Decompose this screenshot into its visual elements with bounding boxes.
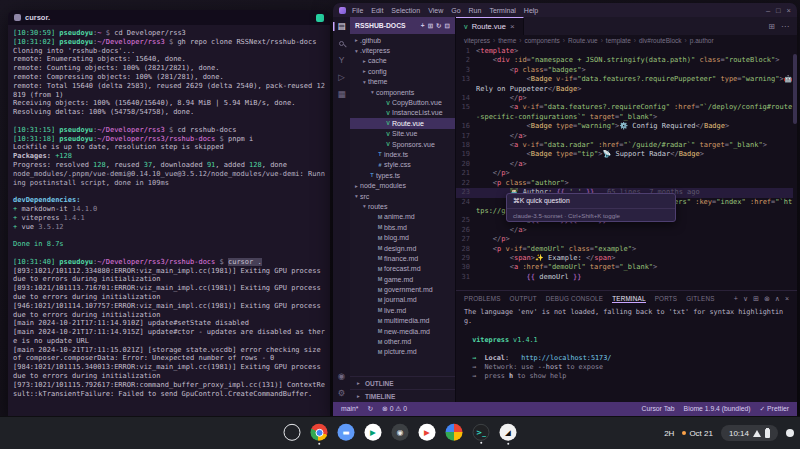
activity-source-control-icon[interactable]: Y xyxy=(333,56,350,65)
tree-item-routes[interactable]: ▾routes xyxy=(350,201,455,211)
breadcrumb-item[interactable]: Route.vue xyxy=(568,37,598,44)
panel-terminal-output[interactable]: The language 'env' is not loaded, fallin… xyxy=(456,306,797,402)
tree-item-government.md[interactable]: Mgovernment.md xyxy=(350,284,455,294)
new-terminal-icon[interactable]: + xyxy=(734,295,738,303)
tree-item-src[interactable]: ▾src xyxy=(350,191,455,201)
tree-item-new-media.md[interactable]: Mnew-media.md xyxy=(350,326,455,336)
code-line[interactable]: 28 <p v-if="demoUrl" class="example"> xyxy=(456,245,793,254)
shelf-app-terminal[interactable]: >_ xyxy=(473,424,490,441)
code-line[interactable]: 29 <span>✨ Example: </span> xyxy=(456,254,793,263)
status-problems[interactable]: ⊗ 0 ⚠ 0 xyxy=(382,405,407,413)
breadcrumb-item[interactable]: p.author xyxy=(690,37,714,44)
tree-item-CopyButton.vue[interactable]: VCopyButton.vue xyxy=(350,97,455,107)
menu-help[interactable]: Help xyxy=(524,7,538,14)
panel-tab-output[interactable]: OUTPUT xyxy=(510,295,537,303)
menu-selection[interactable]: Selection xyxy=(391,7,420,14)
tree-item-bbs.md[interactable]: Mbbs.md xyxy=(350,222,455,232)
status-formatter[interactable]: ✓ Prettier xyxy=(760,405,790,413)
sidebar-header[interactable]: RSSHUB-DOCS +⊞↻⊟ xyxy=(350,17,455,34)
code-line[interactable]: 19 <Badge type="tip">📡 Support Radar</Ba… xyxy=(456,150,793,159)
breadcrumb-item[interactable]: theme xyxy=(498,37,516,44)
breadcrumb-item[interactable]: template xyxy=(606,37,631,44)
terminal-maximize-button[interactable] xyxy=(316,14,324,22)
menu-view[interactable]: View xyxy=(428,7,443,14)
status-branch[interactable]: main* xyxy=(341,405,358,413)
new-file-icon[interactable]: + xyxy=(421,22,425,30)
code-line[interactable]: 13 <Badge v-if="data.features?.requirePu… xyxy=(456,75,793,94)
terminal-titlebar[interactable]: cursor. xyxy=(8,10,330,25)
tree-item-theme[interactable]: ▾theme xyxy=(350,77,455,87)
close-panel-icon[interactable]: × xyxy=(785,295,789,303)
tree-item-.vitepress[interactable]: ▾.vitepress xyxy=(350,45,455,55)
activity-search-icon[interactable] xyxy=(333,39,350,48)
status-cursor-tab[interactable]: Cursor Tab xyxy=(641,405,674,413)
menu-edit[interactable]: Edit xyxy=(371,7,383,14)
tree-item-index.ts[interactable]: Tindex.ts xyxy=(350,149,455,159)
minimize-button[interactable]: – xyxy=(766,6,770,15)
shelf-app-chrome[interactable] xyxy=(311,424,328,441)
editor-scrollbar[interactable] xyxy=(793,46,797,290)
shelf-app-cursor[interactable]: ◢ xyxy=(500,424,517,441)
tree-item-blog.md[interactable]: Mblog.md xyxy=(350,232,455,242)
tree-item-picture.md[interactable]: Mpicture.md xyxy=(350,347,455,357)
section-timeline[interactable]: ▸TIMELINE xyxy=(350,389,455,402)
code-line[interactable]: 20 </a> xyxy=(456,160,793,169)
more-actions-icon[interactable]: ⋯ xyxy=(781,22,789,31)
panel-tab-terminal[interactable]: TERMINAL xyxy=(612,295,645,303)
code-line[interactable]: 2 <div :id="namespace + JSON.stringify(d… xyxy=(456,56,793,65)
code-line[interactable]: 30 <a :href="demoUrl" target="_blank"> xyxy=(456,263,793,272)
code-line[interactable]: 17 </a> xyxy=(456,132,793,141)
refresh-icon[interactable]: ↻ xyxy=(436,22,441,30)
activity-extensions-icon[interactable]: ▦ xyxy=(333,90,350,99)
panel-tab-debug-console[interactable]: DEBUG CONSOLE xyxy=(546,295,604,303)
code-line[interactable]: 22 <p class="author"> xyxy=(456,179,793,188)
tree-item-style.css[interactable]: #style.css xyxy=(350,160,455,170)
tree-item-forecast.md[interactable]: Mforecast.md xyxy=(350,264,455,274)
breadcrumb-item[interactable]: div#routeBlock xyxy=(639,37,682,44)
code-line[interactable]: 14 </p> xyxy=(456,94,793,103)
breadcrumb-item[interactable]: components xyxy=(524,37,559,44)
split-editor-icon[interactable]: ⊞ xyxy=(768,22,775,31)
tree-item-game.md[interactable]: Mgame.md xyxy=(350,274,455,284)
tree-item-types.ts[interactable]: Ttypes.ts xyxy=(350,170,455,180)
breadcrumb-item[interactable]: vitepress xyxy=(464,37,490,44)
panel-tab-ports[interactable]: PORTS xyxy=(655,295,678,303)
tree-item-other.md[interactable]: Mother.md xyxy=(350,336,455,346)
activity-account-icon[interactable]: ◉ xyxy=(333,372,350,381)
shelf-app-launcher[interactable] xyxy=(284,424,301,441)
terminal-output[interactable]: [10:30:59] pseudoyu:~ $ cd Developer/rss… xyxy=(8,25,330,416)
notification-chip[interactable]: Oct 21 xyxy=(682,429,713,438)
activity-run-debug-icon[interactable]: ▷ xyxy=(333,73,350,82)
tree-item-live.md[interactable]: Mlive.md xyxy=(350,305,455,315)
shelf-app-camera[interactable]: ◉ xyxy=(392,424,409,441)
code-line[interactable]: 26 </a> xyxy=(456,226,793,235)
section-outline[interactable]: ▸OUTLINE xyxy=(350,376,455,389)
code-line[interactable]: 16 <Badge type="warning">⚙️ Config Requi… xyxy=(456,122,793,131)
status-biome[interactable]: Biome 1.9.4 (bundled) xyxy=(684,405,751,413)
maximize-button[interactable]: □ xyxy=(776,6,781,15)
code-line[interactable]: 15 <a v-if="data.features?.requireConfig… xyxy=(456,103,793,122)
tree-item-anime.md[interactable]: Manime.md xyxy=(350,212,455,222)
activity-explorer-icon[interactable]: ▤ xyxy=(333,22,350,31)
close-button[interactable]: × xyxy=(787,6,791,15)
tree-item-Site.vue[interactable]: VSite.vue xyxy=(350,129,455,139)
battery-time-chip[interactable]: 2H xyxy=(664,429,674,438)
menu-go[interactable]: Go xyxy=(451,7,460,14)
tab-route-vue[interactable]: V Route.vue × xyxy=(456,17,524,35)
code-editor[interactable]: 1<template>2 <div :id="namespace + JSON.… xyxy=(456,46,797,290)
collapse-all-icon[interactable]: ⊟ xyxy=(445,22,450,30)
tree-item-Route.vue[interactable]: VRoute.vue xyxy=(350,118,455,128)
activity-settings-icon[interactable]: ⚙ xyxy=(333,389,350,398)
status-indicator-icon[interactable] xyxy=(786,429,794,437)
tree-item-Sponsors.vue[interactable]: VSponsors.vue xyxy=(350,139,455,149)
menu-terminal[interactable]: Terminal xyxy=(489,7,515,14)
code-line[interactable]: 31 {{ demoUrl }} xyxy=(456,273,793,282)
code-line[interactable]: 27 </p> xyxy=(456,235,793,244)
tree-item-node_modules[interactable]: ▸node_modules xyxy=(350,180,455,190)
tree-item-journal.md[interactable]: Mjournal.md xyxy=(350,295,455,305)
menu-file[interactable]: File xyxy=(352,7,363,14)
tree-item-design.md[interactable]: Mdesign.md xyxy=(350,243,455,253)
ai-hint-popup[interactable]: ⌘K quick question claude-3.5-sonnet · Ct… xyxy=(506,193,676,222)
shelf-app-youtube[interactable]: ▶ xyxy=(419,424,436,441)
scrollbar-thumb[interactable] xyxy=(793,54,797,124)
